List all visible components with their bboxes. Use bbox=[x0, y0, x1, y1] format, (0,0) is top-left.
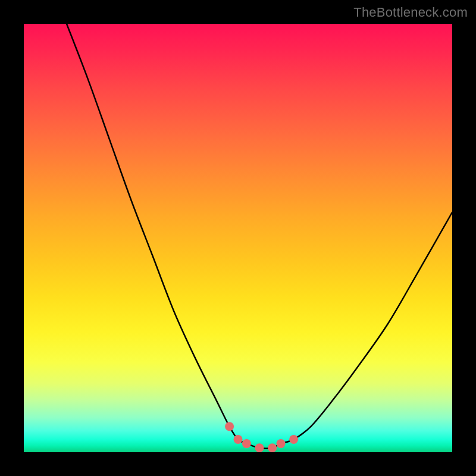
optimal-marker bbox=[225, 422, 234, 431]
curve-layer bbox=[24, 24, 452, 452]
chart-frame: TheBottleneck.com bbox=[0, 0, 476, 476]
optimal-markers bbox=[225, 422, 298, 452]
optimal-marker bbox=[268, 443, 277, 452]
optimal-marker bbox=[277, 439, 286, 448]
optimal-marker bbox=[242, 439, 251, 448]
watermark-text: TheBottleneck.com bbox=[353, 5, 468, 20]
optimal-marker bbox=[234, 435, 243, 444]
plot-area bbox=[24, 24, 452, 452]
optimal-marker bbox=[289, 435, 298, 444]
bottleneck-curve bbox=[67, 24, 452, 449]
optimal-marker bbox=[255, 443, 264, 452]
